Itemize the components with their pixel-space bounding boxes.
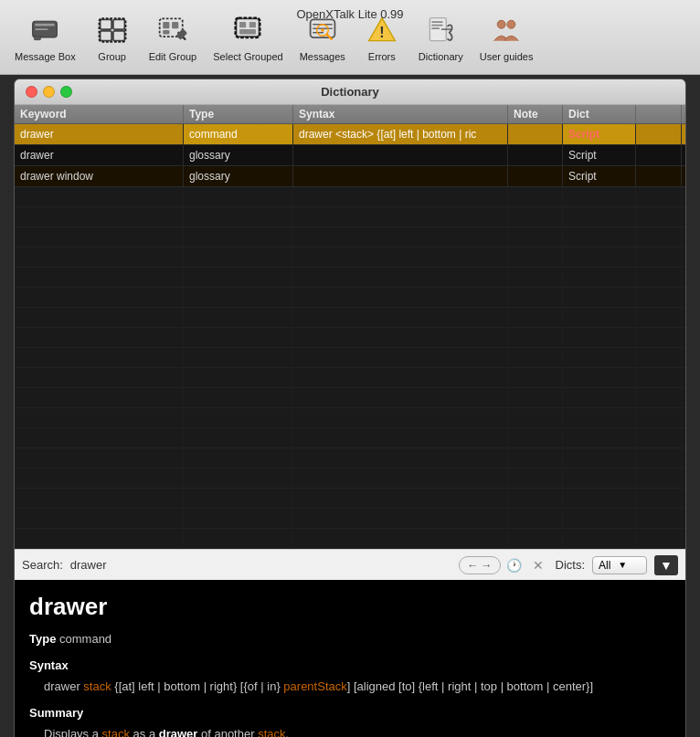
- empty-row[interactable]: [15, 529, 685, 549]
- search-input[interactable]: [70, 558, 451, 572]
- empty-cell: [15, 509, 184, 529]
- summary-orange1: stack: [102, 727, 130, 737]
- toolbar-edit-group[interactable]: Edit Group: [142, 9, 205, 66]
- empty-row[interactable]: [15, 469, 685, 489]
- cell-note: [508, 145, 563, 165]
- messages-label: Messages: [300, 51, 345, 62]
- syntax-middle: {[at] left | bottom | right} [{of | in}: [111, 679, 284, 693]
- empty-cell: [563, 227, 636, 247]
- table-row[interactable]: drawer glossary Script: [15, 145, 685, 166]
- empty-row[interactable]: [15, 348, 685, 368]
- empty-cell: [508, 529, 563, 549]
- empty-cell: [636, 207, 682, 227]
- empty-cell: [184, 428, 293, 448]
- empty-cell: [293, 308, 508, 328]
- empty-row[interactable]: [15, 408, 685, 428]
- cell-extra: [636, 145, 682, 165]
- empty-cell: [184, 187, 293, 207]
- svg-text:!: !: [379, 24, 384, 40]
- history-button[interactable]: 🕐: [504, 555, 525, 575]
- empty-cell: [293, 428, 508, 448]
- empty-cell: [636, 268, 682, 288]
- empty-cell: [184, 448, 293, 469]
- empty-row[interactable]: [15, 207, 685, 227]
- empty-cell: [15, 207, 184, 227]
- empty-cell: [508, 227, 563, 247]
- empty-cell: [293, 368, 508, 388]
- col-dict: Dict: [563, 105, 636, 123]
- prev-button[interactable]: ← →: [459, 556, 500, 574]
- cell-syntax: drawer <stack> {[at] left | bottom | ric: [293, 124, 508, 144]
- empty-cell: [508, 207, 563, 227]
- col-keyword: Keyword: [15, 105, 184, 123]
- empty-cell: [293, 408, 508, 428]
- empty-row[interactable]: [15, 489, 685, 509]
- empty-cell: [563, 509, 636, 529]
- empty-cell: [636, 288, 682, 308]
- empty-cell: [636, 328, 682, 348]
- empty-row[interactable]: [15, 247, 685, 268]
- col-syntax: Syntax: [293, 105, 508, 123]
- empty-cell: [15, 268, 184, 288]
- empty-cell: [184, 368, 293, 388]
- empty-cell: [184, 268, 293, 288]
- empty-cell: [15, 187, 184, 207]
- filter-icon: ▼: [660, 558, 673, 573]
- svg-rect-15: [175, 28, 187, 40]
- minimize-button[interactable]: [43, 86, 55, 98]
- empty-cell: [293, 448, 508, 469]
- cell-type: glossary: [184, 145, 293, 165]
- empty-row[interactable]: [15, 308, 685, 328]
- message-box-label: Message Box: [15, 51, 76, 62]
- svg-rect-7: [100, 30, 111, 40]
- empty-cell: [636, 408, 682, 428]
- toolbar-dictionary[interactable]: Dictionary: [411, 9, 471, 66]
- errors-label: Errors: [368, 51, 396, 62]
- close-button[interactable]: [26, 86, 37, 98]
- svg-rect-20: [236, 17, 260, 37]
- filter-button[interactable]: ▼: [654, 555, 678, 575]
- empty-row[interactable]: [15, 448, 685, 469]
- toolbar-group[interactable]: Group: [85, 9, 140, 66]
- empty-cell: [636, 247, 682, 268]
- cell-type: glossary: [184, 166, 293, 186]
- empty-cell: [563, 388, 636, 408]
- empty-cell: [15, 247, 184, 268]
- search-bar: Search: ← → 🕐 ✕ Dicts: All ▼ ▼: [15, 549, 685, 580]
- group-icon: [95, 13, 130, 47]
- empty-cell: [184, 247, 293, 268]
- empty-row[interactable]: [15, 509, 685, 529]
- svg-rect-13: [163, 30, 169, 34]
- empty-row[interactable]: [15, 227, 685, 247]
- svg-rect-5: [100, 19, 111, 29]
- empty-cell: [184, 207, 293, 227]
- empty-row[interactable]: [15, 268, 685, 288]
- clear-button[interactable]: ✕: [528, 555, 548, 575]
- toolbar-user-guides[interactable]: User guides: [472, 9, 541, 66]
- syntax-orange1: stack: [83, 679, 111, 693]
- toolbar-message-box[interactable]: Message Box: [7, 9, 83, 66]
- empty-cell: [184, 348, 293, 368]
- dicts-select[interactable]: All ▼: [592, 556, 647, 574]
- empty-cell: [636, 227, 682, 247]
- empty-cell: [636, 448, 682, 469]
- empty-row[interactable]: [15, 328, 685, 348]
- empty-row[interactable]: [15, 428, 685, 448]
- empty-row[interactable]: [15, 368, 685, 388]
- empty-row[interactable]: [15, 288, 685, 308]
- empty-cell: [508, 368, 563, 388]
- empty-rows: [15, 187, 685, 549]
- summary-text4: .: [285, 727, 289, 737]
- maximize-button[interactable]: [60, 86, 72, 98]
- syntax-orange2: parentStack: [283, 679, 346, 693]
- svg-rect-17: [240, 22, 247, 27]
- svg-point-36: [507, 20, 515, 28]
- table-row[interactable]: drawer command drawer <stack> {[at] left…: [15, 124, 685, 145]
- type-value: command: [59, 632, 111, 646]
- col-type: Type: [184, 105, 293, 123]
- empty-row[interactable]: [15, 388, 685, 408]
- table-row[interactable]: drawer window glossary Script: [15, 166, 685, 187]
- cell-keyword: drawer: [15, 145, 184, 165]
- empty-row[interactable]: [15, 187, 685, 207]
- toolbar-select-grouped[interactable]: Select Grouped: [206, 9, 290, 66]
